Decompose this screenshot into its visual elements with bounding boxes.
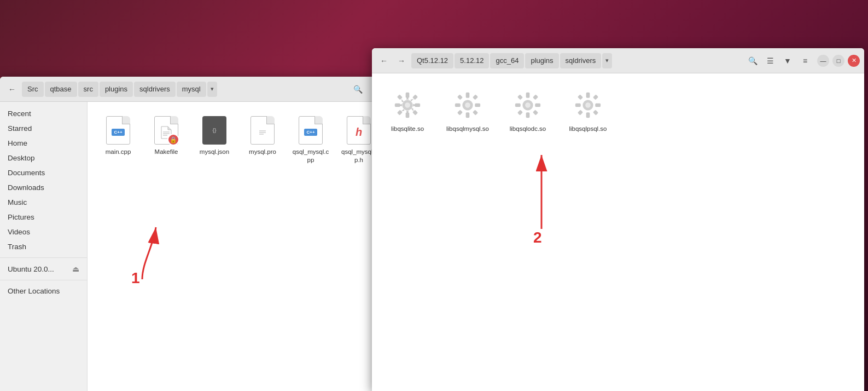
file-item-mysqljson[interactable]: {} mysql.json [193,111,236,169]
sidebar-item-music[interactable]: Music [0,195,87,210]
svg-rect-15 [475,104,480,107]
file-icon-makefile: 🔒 [153,115,179,146]
file-icon-qsqlmysqlcpp: C++ [298,115,324,146]
file-item-libqsqlpsql[interactable]: libqsqlpsql.so [563,84,613,137]
file-item-libqsqlmysql[interactable]: libqsqlmysql.so [443,84,492,137]
sidebar-item-pictures[interactable]: Pictures [0,210,87,225]
sidebar-label-home: Home [8,139,27,147]
svg-rect-12 [466,93,469,97]
svg-rect-13 [466,113,469,118]
file-manager-window-right: ← → Qt5.12.12 5.12.12 gcc_64 plugins sql… [372,48,864,391]
sidebar-item-home[interactable]: Home [0,136,87,151]
cpp-icon-visual: C++ [106,116,130,145]
breadcrumb-mysql[interactable]: mysql [177,82,206,97]
svg-rect-16 [457,95,463,100]
svg-point-11 [465,102,470,108]
svg-rect-24 [515,104,520,107]
breadcrumb-plugins[interactable]: plugins [100,82,133,97]
file-icon-mysqlpro [249,115,276,146]
sidebar-item-videos[interactable]: Videos [0,225,87,239]
svg-rect-2 [406,93,409,97]
maximize-button-right[interactable]: □ [832,55,844,67]
svg-rect-32 [586,93,590,97]
breadcrumb-src2[interactable]: src [78,82,98,97]
svg-rect-17 [473,95,478,100]
sidebar-left: Recent Starred Home Desktop Documents Do… [0,102,88,391]
sidebar-label-other: Other Locations [8,287,60,295]
close-button-right[interactable]: ✕ [848,55,860,67]
back-button-left[interactable]: ← [4,82,20,97]
breadcrumb-gcc64[interactable]: gcc_64 [490,53,524,68]
sidebar-label-recent: Recent [8,110,31,118]
back-button-right[interactable]: ← [376,53,392,68]
svg-rect-25 [535,104,540,107]
breadcrumb-plugins[interactable]: plugins [525,53,558,68]
view-dropdown-right[interactable]: ▼ [780,53,795,68]
svg-rect-37 [593,95,598,100]
breadcrumb-sqldrivers[interactable]: sqldrivers [134,82,176,97]
sidebar-item-desktop[interactable]: Desktop [0,151,87,165]
breadcrumb-qtbase[interactable]: qtbase [45,82,77,97]
svg-rect-18 [473,110,478,116]
sidebar-label-documents: Documents [8,169,45,177]
sidebar-item-documents[interactable]: Documents [0,165,87,180]
file-name-makefile: Makefile [155,148,178,156]
sidebar-item-starred[interactable]: Starred [0,121,87,136]
file-name-mysqljson: mysql.json [200,148,229,156]
svg-rect-19 [457,110,463,116]
file-item-qsqlmysqlcpp[interactable]: C++ qsql_mysql.cpp [289,111,333,169]
h-label: h [356,126,362,139]
sidebar-label-starred: Starred [8,124,32,133]
svg-rect-29 [517,110,523,116]
file-icon-qsqlmysqlph: h [346,115,372,146]
svg-rect-26 [517,95,523,100]
file-item-mysqlpro[interactable]: mysql.pro [241,111,284,169]
file-name-qsqlmysqlcpp: qsql_mysql.cpp [291,148,330,164]
list-view-button-right[interactable]: ☰ [762,53,778,68]
svg-rect-14 [455,104,460,107]
eject-icon[interactable]: ⏏ [72,264,79,273]
minimize-button-right[interactable]: — [817,55,829,67]
file-name-libqsqlpsql: libqsqlpsql.so [569,125,607,133]
so-icon-libqsqlodc [511,89,544,122]
breadcrumb-512[interactable]: 5.12.12 [455,53,489,68]
file-item-libqsqlite[interactable]: libqsqlite.so [383,84,432,137]
breadcrumb-sqldrivers[interactable]: sqldrivers [560,53,602,68]
so-icon-libqsqlmysql [451,89,484,122]
file-item-makefile[interactable]: 🔒 Makefile [144,111,188,169]
cpp2-icon-visual: C++ [299,116,323,145]
h-icon-visual: h [347,116,371,145]
svg-rect-5 [415,104,420,107]
files-area-right: libqsqlite.so [372,73,864,391]
svg-rect-34 [575,104,580,107]
svg-rect-39 [578,110,583,116]
breadcrumb-qt5[interactable]: Qt5.12.12 [411,53,453,68]
forward-button-right[interactable]: → [394,53,409,68]
menu-button-right[interactable]: ≡ [797,53,813,68]
sidebar-label-desktop: Desktop [8,154,35,162]
svg-rect-3 [406,113,409,118]
breadcrumb-src[interactable]: Src [22,82,44,97]
cpp2-label: C++ [304,129,317,136]
cpp-label: C++ [112,129,124,136]
so-icon-libqsqlite [391,89,424,122]
sidebar-item-ubuntu-drive[interactable]: Ubuntu 20.0... ⏏ [0,261,87,277]
breadcrumb-dropdown-left[interactable]: ▾ [207,82,217,97]
file-name-libqsqlodc: libqsqlodc.so [510,125,546,133]
search-button-left[interactable]: 🔍 [350,82,365,97]
sidebar-item-other-locations[interactable]: Other Locations [0,284,87,298]
svg-rect-36 [578,95,583,100]
sidebar-item-recent[interactable]: Recent [0,106,87,121]
file-icon-mysqljson: {} [201,115,228,146]
svg-rect-33 [586,113,590,118]
sidebar-item-trash[interactable]: Trash [0,239,87,254]
search-button-right[interactable]: 🔍 [745,53,760,68]
toolbar-right: 🔍 ☰ ▼ ≡ [745,53,813,68]
file-item-maincpp[interactable]: C++ main.cpp [96,111,140,169]
sidebar-item-downloads[interactable]: Downloads [0,180,87,195]
svg-rect-28 [533,110,538,116]
breadcrumb-dropdown-right[interactable]: ▾ [602,53,612,68]
svg-rect-6 [397,95,403,100]
svg-rect-9 [397,110,403,116]
file-item-libqsqlodc[interactable]: libqsqlodc.so [503,84,552,137]
